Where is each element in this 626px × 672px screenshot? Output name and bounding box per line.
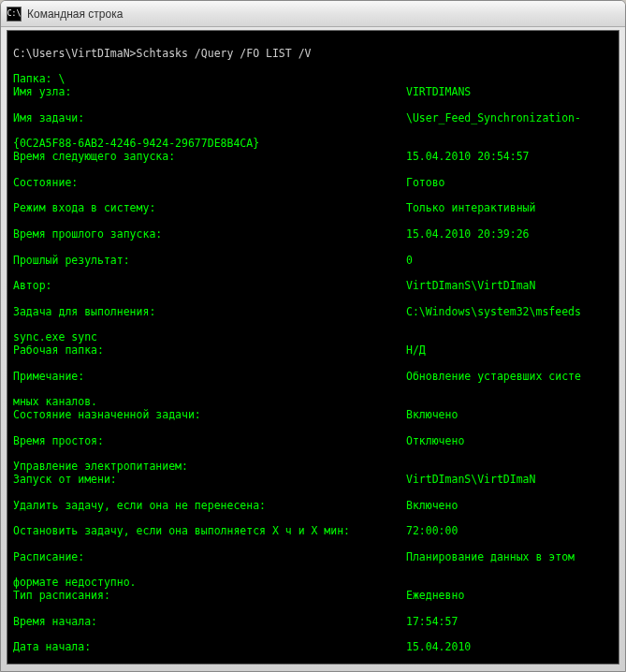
- taskname-label: Имя задачи:: [13, 112, 406, 125]
- titlebar[interactable]: C:\ Командная строка: [1, 1, 625, 27]
- cmd-window: C:\ Командная строка C:\Users\VirtDImaN>…: [0, 0, 626, 672]
- idle-value: Отключено: [406, 435, 613, 448]
- task-folder: Папка: \: [13, 72, 65, 85]
- stop-value: 72:00:00: [406, 525, 613, 538]
- stime-value: 17:54:57: [406, 616, 613, 629]
- stype-label: Тип расписания:: [13, 590, 406, 603]
- sched-value: Планирование данных в этом: [406, 551, 613, 564]
- stime-label: Время начала:: [13, 616, 406, 629]
- comment-value: Обновление устаревших систе: [406, 371, 613, 384]
- result-value: 0: [406, 255, 613, 268]
- author-value: VirtDImanS\VirtDImaN: [406, 280, 613, 293]
- power-label: Управление электропитанием:: [13, 460, 188, 473]
- sched-cont: формате недоступно.: [13, 576, 137, 589]
- run-cont: sync.exe sync: [13, 330, 97, 343]
- del-label: Удалить задачу, если она не перенесена:: [13, 500, 406, 513]
- schedstate-value: Включено: [406, 409, 613, 422]
- window-title: Командная строка: [27, 7, 619, 21]
- host-label: Имя узла:: [13, 86, 406, 99]
- console-output[interactable]: C:\Users\VirtDImaN>Schtasks /Query /FO L…: [7, 30, 619, 665]
- result-label: Прошлый результат:: [13, 255, 406, 268]
- comment-label: Примечание:: [13, 371, 406, 384]
- runas-value: VirtDImanS\VirtDImaN: [406, 474, 613, 487]
- logon-label: Режим входа в систему:: [13, 202, 406, 215]
- author-label: Автор:: [13, 280, 406, 293]
- prompt-line: C:\Users\VirtDImaN>Schtasks /Query /FO L…: [13, 47, 312, 60]
- host-value: VIRTDIMANS: [406, 86, 613, 99]
- logon-value: Только интерактивный: [406, 202, 613, 215]
- comment-cont: мных каналов.: [13, 395, 97, 408]
- del-value: Включено: [406, 500, 613, 513]
- wdir-label: Рабочая папка:: [13, 344, 406, 358]
- state-value: Готово: [406, 177, 613, 190]
- run-value: C:\Windows\system32\msfeeds: [406, 306, 613, 319]
- nextrun-label: Время следующего запуска:: [13, 151, 406, 164]
- stop-label: Остановить задачу, если она выполняется …: [13, 525, 406, 538]
- idle-label: Время простоя:: [13, 435, 406, 448]
- nextrun-value: 15.04.2010 20:54:57: [406, 151, 613, 164]
- cmd-icon: C:\: [7, 7, 22, 22]
- schedstate-label: Состояние назначенной задачи:: [13, 409, 406, 422]
- sdate-value: 15.04.2010: [406, 641, 613, 654]
- taskname-value: \User_Feed_Synchronization-: [406, 112, 613, 125]
- wdir-value: Н/Д: [406, 344, 613, 358]
- stype-value: Ежедневно: [406, 590, 613, 603]
- state-label: Состояние:: [13, 177, 406, 190]
- run-label: Задача для выполнения:: [13, 306, 406, 319]
- sdate-label: Дата начала:: [13, 641, 406, 654]
- task-guid: {0C2A5F88-6AB2-4246-9424-29677DE8B4CA}: [13, 137, 259, 150]
- lastrun-label: Время прошлого запуска:: [13, 228, 406, 241]
- sched-label: Расписание:: [13, 551, 406, 564]
- runas-label: Запуск от имени:: [13, 474, 406, 487]
- lastrun-value: 15.04.2010 20:39:26: [406, 228, 613, 241]
